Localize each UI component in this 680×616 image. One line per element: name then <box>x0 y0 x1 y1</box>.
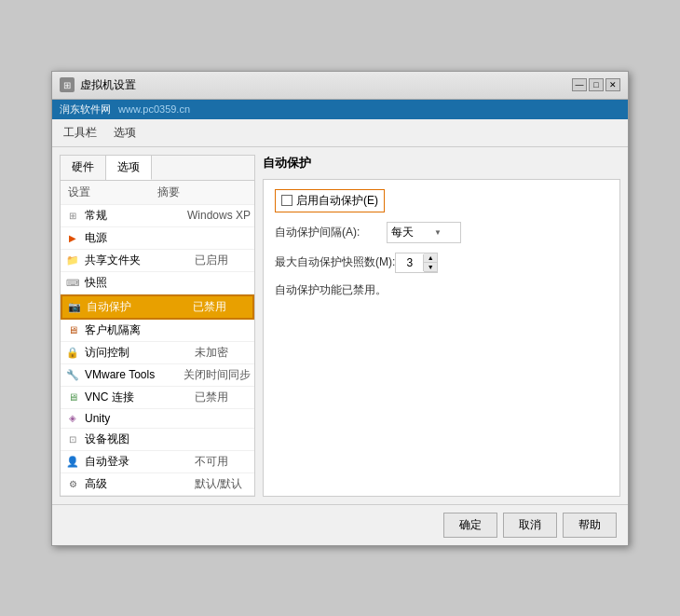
col-setting-label: 设置 <box>68 185 157 200</box>
minimize-button[interactable]: — <box>572 78 587 91</box>
footer: 确定 取消 帮助 <box>52 504 628 545</box>
snapshot-icon: 📷 <box>66 300 83 313</box>
spinner-down-button[interactable]: ▼ <box>424 263 437 272</box>
settings-list: ⊞ 常规 Windows XP ▶ 电源 📁 共享文件夹 已启用 ⌨ 快照 <box>61 205 254 496</box>
vmware-tools-icon: 🔧 <box>64 368 81 381</box>
general-value: Windows XP <box>187 209 251 222</box>
interval-arrow-icon: ▼ <box>434 228 442 237</box>
power-name: 电源 <box>85 230 195 246</box>
settings-item-power[interactable]: ▶ 电源 <box>61 227 254 250</box>
close-button[interactable]: ✕ <box>605 78 620 91</box>
shortcut-name: 快照 <box>85 275 195 291</box>
status-text: 自动保护功能已禁用。 <box>275 282 608 298</box>
vnc-value: 已禁用 <box>195 390 251 405</box>
enable-checkbox-wrapper[interactable]: 启用自动保护(E) <box>275 189 385 212</box>
toolbar-item-0[interactable]: 工具栏 <box>60 123 101 143</box>
power-icon: ▶ <box>64 231 81 244</box>
right-panel-title: 自动保护 <box>263 155 620 171</box>
settings-item-general[interactable]: ⊞ 常规 Windows XP <box>61 205 254 227</box>
access-name: 访问控制 <box>85 345 195 361</box>
interval-label: 自动保护间隔(A): <box>275 225 387 240</box>
maximize-button[interactable]: □ <box>589 78 604 91</box>
main-dialog: ⊞ 虚拟机设置 — □ ✕ 润东软件网 www.pc0359.cn 工具栏 选项… <box>51 71 629 546</box>
advanced-value: 默认/默认 <box>195 476 251 492</box>
unity-name: Unity <box>85 412 195 425</box>
max-snapshots-control: 3 ▲ ▼ <box>395 253 438 273</box>
watermark-bar: 润东软件网 www.pc0359.cn <box>52 100 628 119</box>
vnc-icon: 🖥 <box>64 390 81 404</box>
spinner-up-button[interactable]: ▲ <box>424 253 437 263</box>
settings-item-autologin[interactable]: 👤 自动登录 不可用 <box>61 451 254 473</box>
shared-folder-icon: 📁 <box>64 253 81 267</box>
advanced-name: 高级 <box>85 476 195 492</box>
title-controls: — □ ✕ <box>572 78 620 91</box>
dialog-title: 虚拟机设置 <box>80 77 136 93</box>
autologin-icon: 👤 <box>64 455 81 468</box>
max-snapshots-spinner[interactable]: 3 ▲ ▼ <box>395 253 438 273</box>
access-value: 未加密 <box>195 345 251 361</box>
right-panel: 自动保护 启用自动保护(E) 自动保护间隔(A): 每天 ▼ <box>263 155 620 497</box>
right-panel-section: 启用自动保护(E) 自动保护间隔(A): 每天 ▼ 最大自动保护快照数(M <box>263 179 620 497</box>
site-text: www.pc0359.cn <box>118 103 190 115</box>
max-snapshots-label: 最大自动保护快照数(M): <box>275 254 395 270</box>
content-area: 硬件 选项 设置 摘要 ⊞ 常规 Windows XP ▶ 电源 <box>52 147 628 504</box>
settings-item-vmware-tools[interactable]: 🔧 VMware Tools 关闭时间同步 <box>61 364 254 387</box>
settings-list-header: 设置 摘要 <box>61 181 254 205</box>
enable-checkbox[interactable] <box>281 195 292 206</box>
brand-text: 润东软件网 <box>60 103 111 116</box>
autologin-value: 不可用 <box>195 454 251 470</box>
unity-icon: ◈ <box>64 412 81 425</box>
settings-item-unity[interactable]: ◈ Unity <box>61 409 254 429</box>
left-panel: 硬件 选项 设置 摘要 ⊞ 常规 Windows XP ▶ 电源 <box>60 155 255 497</box>
autologin-name: 自动登录 <box>85 454 195 470</box>
cancel-button[interactable]: 取消 <box>503 513 557 538</box>
max-snapshots-value: 3 <box>396 254 424 271</box>
enable-checkbox-label: 启用自动保护(E) <box>296 193 378 209</box>
spinner-buttons: ▲ ▼ <box>424 253 437 272</box>
title-bar-left: ⊞ 虚拟机设置 <box>60 77 136 93</box>
isolation-icon: 🖥 <box>64 323 81 336</box>
interval-control: 每天 ▼ <box>387 222 461 243</box>
help-button[interactable]: 帮助 <box>563 513 617 538</box>
max-snapshots-row: 最大自动保护快照数(M): 3 ▲ ▼ <box>275 253 608 273</box>
snapshot-value: 已禁用 <box>193 299 249 315</box>
vmware-tools-value: 关闭时间同步 <box>184 367 251 383</box>
vnc-name: VNC 连接 <box>85 390 195 405</box>
tab-hardware[interactable]: 硬件 <box>61 156 106 180</box>
dialog-icon: ⊞ <box>60 77 75 92</box>
settings-item-access[interactable]: 🔒 访问控制 未加密 <box>61 342 254 364</box>
interval-value: 每天 <box>391 225 414 240</box>
interval-select[interactable]: 每天 ▼ <box>387 222 461 243</box>
tab-options[interactable]: 选项 <box>106 156 152 180</box>
settings-item-advanced[interactable]: ⚙ 高级 默认/默认 <box>61 473 254 496</box>
interval-row: 自动保护间隔(A): 每天 ▼ <box>275 222 608 243</box>
settings-item-vnc[interactable]: 🖥 VNC 连接 已禁用 <box>61 387 254 409</box>
settings-item-snapshot[interactable]: 📷 自动保护 已禁用 <box>61 294 254 320</box>
col-summary-label: 摘要 <box>157 185 247 200</box>
vmware-tools-name: VMware Tools <box>85 368 184 381</box>
shared-folder-value: 已启用 <box>195 253 251 268</box>
toolbar-item-1[interactable]: 选项 <box>110 123 140 143</box>
settings-item-shared-folder[interactable]: 📁 共享文件夹 已启用 <box>61 250 254 272</box>
access-icon: 🔒 <box>64 346 81 359</box>
snapshot-name: 自动保护 <box>87 299 193 315</box>
device-name: 设备视图 <box>85 431 195 447</box>
settings-item-shortcut[interactable]: ⌨ 快照 <box>61 272 254 294</box>
toolbar: 工具栏 选项 <box>52 119 628 147</box>
shortcut-icon: ⌨ <box>64 276 81 289</box>
title-bar: ⊞ 虚拟机设置 — □ ✕ <box>52 72 628 100</box>
enable-row: 启用自动保护(E) <box>275 189 608 212</box>
device-icon: ⊡ <box>64 432 81 445</box>
ok-button[interactable]: 确定 <box>443 513 497 538</box>
shared-folder-name: 共享文件夹 <box>85 253 195 268</box>
settings-item-device[interactable]: ⊡ 设备视图 <box>61 429 254 451</box>
isolation-name: 客户机隔离 <box>85 322 195 338</box>
general-icon: ⊞ <box>64 209 81 222</box>
left-panel-header: 硬件 选项 <box>61 156 254 181</box>
general-name: 常规 <box>85 208 187 224</box>
advanced-icon: ⚙ <box>64 477 81 490</box>
settings-item-isolation[interactable]: 🖥 客户机隔离 <box>61 320 254 342</box>
